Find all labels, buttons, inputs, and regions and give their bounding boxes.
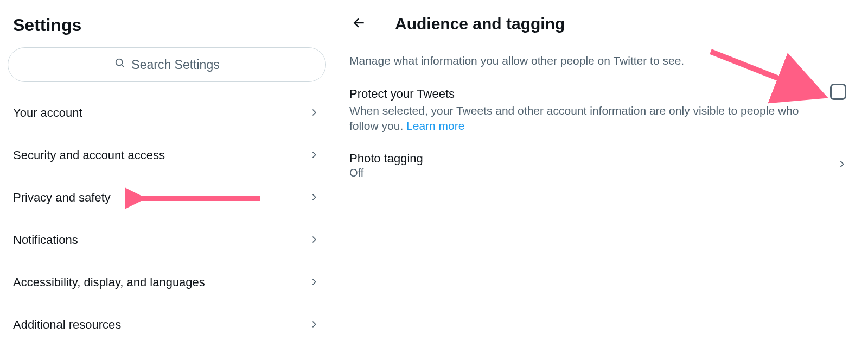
back-button[interactable]: [347, 12, 371, 36]
svg-point-0: [116, 59, 123, 66]
sidebar-item-additional-resources[interactable]: Additional resources: [0, 304, 334, 346]
sidebar-item-accessibility-display-languages[interactable]: Accessibility, display, and languages: [0, 261, 334, 304]
sidebar-item-label: Security and account access: [13, 148, 165, 162]
learn-more-link[interactable]: Learn more: [406, 120, 464, 132]
sidebar-item-label: Additional resources: [13, 318, 121, 332]
sidebar-item-privacy-and-safety[interactable]: Privacy and safety: [0, 177, 334, 219]
svg-line-1: [122, 65, 124, 67]
sidebar-item-label: Notifications: [13, 233, 78, 247]
sidebar-item-label: Accessibility, display, and languages: [13, 275, 205, 290]
arrow-left-icon: [352, 16, 366, 32]
chevron-right-icon: [310, 191, 318, 205]
chevron-right-icon: [310, 148, 318, 162]
search-icon: [114, 57, 126, 72]
sidebar-item-label: Your account: [13, 106, 82, 120]
search-settings-input[interactable]: Search Settings: [8, 47, 326, 82]
sidebar-item-your-account[interactable]: Your account: [0, 92, 334, 134]
protect-tweets-title: Protect your Tweets: [349, 87, 846, 101]
chevron-right-icon: [838, 160, 846, 171]
photo-tagging-title: Photo tagging: [349, 152, 423, 166]
page-title: Audience and tagging: [395, 15, 565, 33]
search-placeholder: Search Settings: [131, 58, 219, 72]
protect-tweets-setting: Protect your Tweets When selected, your …: [334, 79, 868, 144]
chevron-right-icon: [310, 233, 318, 247]
settings-sidebar: Settings Search Settings Your account Se…: [0, 0, 334, 358]
protect-tweets-description: When selected, your Tweets and other acc…: [349, 103, 846, 134]
chevron-right-icon: [310, 106, 318, 120]
sidebar-item-notifications[interactable]: Notifications: [0, 219, 334, 261]
settings-title: Settings: [0, 8, 334, 47]
chevron-right-icon: [310, 275, 318, 290]
page-subtitle: Manage what information you allow other …: [334, 46, 868, 79]
main-panel: Audience and tagging Manage what informa…: [334, 0, 868, 358]
sidebar-item-label: Privacy and safety: [13, 191, 111, 205]
sidebar-item-security-and-account-access[interactable]: Security and account access: [0, 134, 334, 177]
chevron-right-icon: [310, 318, 318, 332]
photo-tagging-row[interactable]: Photo tagging Off: [334, 144, 868, 187]
protect-tweets-checkbox[interactable]: [830, 84, 846, 100]
photo-tagging-value: Off: [349, 167, 423, 179]
